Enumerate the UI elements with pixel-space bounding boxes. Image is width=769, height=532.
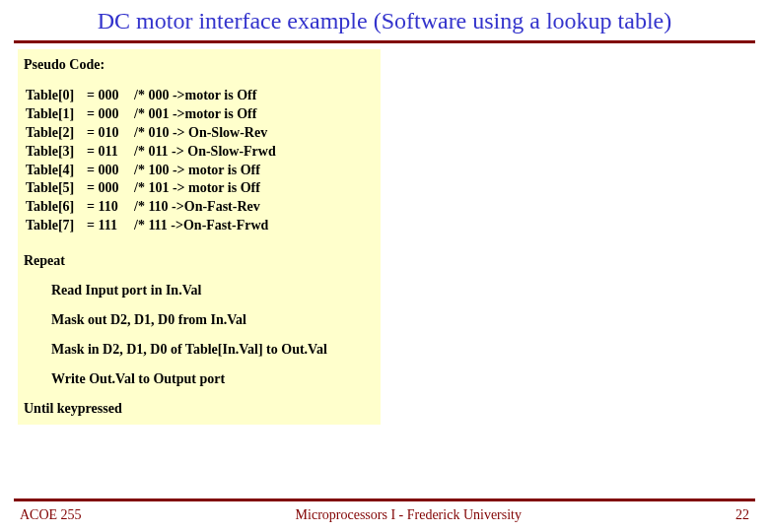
lookup-table-row: Table[2]= 010/* 010 -> On-Slow-Rev — [26, 124, 375, 143]
lookup-table-index: Table[7] — [26, 217, 87, 235]
footer-page-number: 22 — [735, 507, 749, 523]
lookup-table-comment: /* 110 ->On-Fast-Rev — [134, 198, 260, 217]
lookup-table-comment: /* 111 ->On-Fast-Frwd — [134, 217, 268, 235]
slide: DC motor interface example (Software usi… — [0, 0, 769, 532]
lookup-table-row: Table[5]= 000 /* 101 -> motor is Off — [26, 179, 375, 198]
lookup-table-comment: /* 010 -> On-Slow-Rev — [134, 124, 267, 143]
lookup-table-comment: /* 000 ->motor is Off — [134, 87, 256, 105]
lookup-table-value: = 011 — [87, 143, 134, 162]
title-rule — [14, 40, 755, 43]
lookup-table-comment: /* 011 -> On-Slow-Frwd — [134, 143, 276, 162]
until-label: Until keypressed — [24, 401, 375, 417]
lookup-table-comment: /* 001 ->motor is Off — [134, 105, 256, 124]
footer-rule — [14, 499, 755, 501]
lookup-table-comment: /* 101 -> motor is Off — [134, 179, 260, 198]
pseudocode-step: Mask in D2, D1, D0 of Table[In.Val] to O… — [51, 342, 375, 358]
pseudocode-step: Mask out D2, D1, D0 from In.Val — [51, 312, 375, 328]
lookup-table-comment: /* 100 -> motor is Off — [134, 162, 260, 180]
lookup-table-value: = 111 — [87, 217, 134, 235]
lookup-table-index: Table[4] — [26, 162, 87, 180]
lookup-table-index: Table[2] — [26, 124, 87, 143]
lookup-table-value: = 000 — [87, 179, 134, 198]
footer-center: Microprocessors I - Frederick University — [82, 507, 735, 523]
lookup-table-index: Table[6] — [26, 198, 87, 217]
pseudocode-header: Pseudo Code: — [24, 57, 375, 73]
lookup-table-row: Table[3]= 011/* 011 -> On-Slow-Frwd — [26, 143, 375, 162]
lookup-table: Table[0]= 000/* 000 ->motor is OffTable[… — [24, 87, 375, 235]
pseudocode-step: Write Out.Val to Output port — [51, 371, 375, 387]
footer-left: ACOE 255 — [20, 507, 82, 523]
lookup-table-value: = 010 — [87, 124, 134, 143]
repeat-label: Repeat — [24, 253, 375, 269]
slide-title: DC motor interface example (Software usi… — [0, 0, 769, 40]
lookup-table-value: = 000 — [87, 162, 134, 180]
lookup-table-index: Table[1] — [26, 105, 87, 124]
lookup-table-row: Table[6]= 110 /* 110 ->On-Fast-Rev — [26, 198, 375, 217]
lookup-table-index: Table[0] — [26, 87, 87, 105]
lookup-table-index: Table[5] — [26, 179, 87, 198]
footer-row: ACOE 255 Microprocessors I - Frederick U… — [0, 507, 769, 523]
lookup-table-value: = 000 — [87, 105, 134, 124]
lookup-table-row: Table[4]= 000 /* 100 -> motor is Off — [26, 162, 375, 180]
lookup-table-value: = 110 — [87, 198, 134, 217]
pseudocode-step: Read Input port in In.Val — [51, 283, 375, 299]
lookup-table-row: Table[0]= 000/* 000 ->motor is Off — [26, 87, 375, 105]
lookup-table-row: Table[1]= 000/* 001 ->motor is Off — [26, 105, 375, 124]
slide-footer: ACOE 255 Microprocessors I - Frederick U… — [0, 499, 769, 532]
pseudocode-box: Pseudo Code: Table[0]= 000/* 000 ->motor… — [18, 49, 381, 425]
lookup-table-value: = 000 — [87, 87, 134, 105]
pseudocode-steps: Read Input port in In.ValMask out D2, D1… — [24, 283, 375, 387]
lookup-table-row: Table[7]= 111 /* 111 ->On-Fast-Frwd — [26, 217, 375, 235]
lookup-table-index: Table[3] — [26, 143, 87, 162]
